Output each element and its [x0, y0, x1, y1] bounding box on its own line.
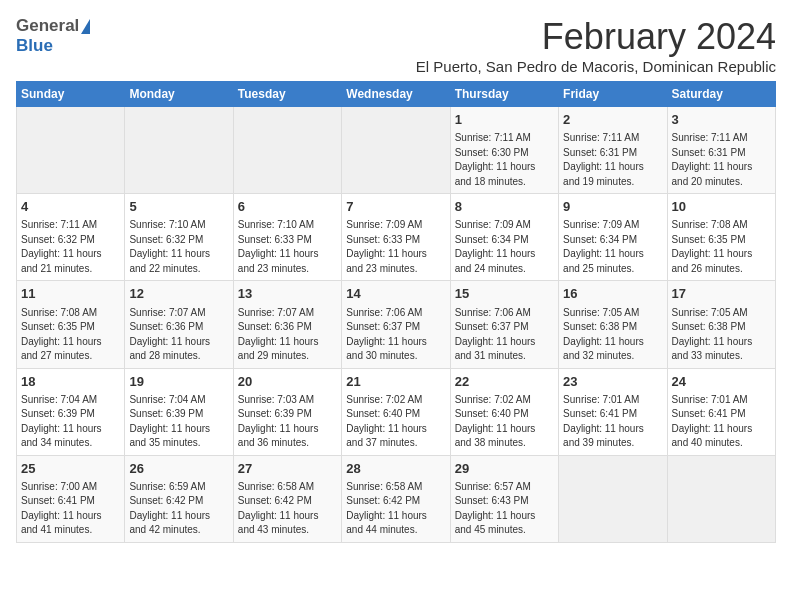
- calendar-cell: 25Sunrise: 7:00 AMSunset: 6:41 PMDayligh…: [17, 455, 125, 542]
- day-number: 2: [563, 111, 662, 129]
- day-info: Sunrise: 7:08 AMSunset: 6:35 PMDaylight:…: [21, 306, 120, 364]
- header-saturday: Saturday: [667, 82, 775, 107]
- day-number: 12: [129, 285, 228, 303]
- day-number: 5: [129, 198, 228, 216]
- day-number: 14: [346, 285, 445, 303]
- day-info: Sunrise: 7:11 AMSunset: 6:30 PMDaylight:…: [455, 131, 554, 189]
- calendar-cell: 26Sunrise: 6:59 AMSunset: 6:42 PMDayligh…: [125, 455, 233, 542]
- calendar-cell: 23Sunrise: 7:01 AMSunset: 6:41 PMDayligh…: [559, 368, 667, 455]
- day-info: Sunrise: 7:11 AMSunset: 6:31 PMDaylight:…: [563, 131, 662, 189]
- day-info: Sunrise: 6:58 AMSunset: 6:42 PMDaylight:…: [346, 480, 445, 538]
- day-number: 26: [129, 460, 228, 478]
- day-number: 3: [672, 111, 771, 129]
- header-tuesday: Tuesday: [233, 82, 341, 107]
- day-info: Sunrise: 7:05 AMSunset: 6:38 PMDaylight:…: [563, 306, 662, 364]
- day-info: Sunrise: 7:11 AMSunset: 6:31 PMDaylight:…: [672, 131, 771, 189]
- day-number: 9: [563, 198, 662, 216]
- day-number: 29: [455, 460, 554, 478]
- day-info: Sunrise: 7:07 AMSunset: 6:36 PMDaylight:…: [129, 306, 228, 364]
- day-info: Sunrise: 6:58 AMSunset: 6:42 PMDaylight:…: [238, 480, 337, 538]
- day-info: Sunrise: 7:09 AMSunset: 6:34 PMDaylight:…: [455, 218, 554, 276]
- day-info: Sunrise: 7:09 AMSunset: 6:34 PMDaylight:…: [563, 218, 662, 276]
- header-friday: Friday: [559, 82, 667, 107]
- day-info: Sunrise: 7:05 AMSunset: 6:38 PMDaylight:…: [672, 306, 771, 364]
- calendar-cell: [17, 107, 125, 194]
- calendar-cell: 3Sunrise: 7:11 AMSunset: 6:31 PMDaylight…: [667, 107, 775, 194]
- day-info: Sunrise: 7:03 AMSunset: 6:39 PMDaylight:…: [238, 393, 337, 451]
- day-info: Sunrise: 7:06 AMSunset: 6:37 PMDaylight:…: [455, 306, 554, 364]
- day-number: 18: [21, 373, 120, 391]
- day-info: Sunrise: 7:10 AMSunset: 6:33 PMDaylight:…: [238, 218, 337, 276]
- calendar-cell: [559, 455, 667, 542]
- day-number: 8: [455, 198, 554, 216]
- calendar-cell: 10Sunrise: 7:08 AMSunset: 6:35 PMDayligh…: [667, 194, 775, 281]
- day-info: Sunrise: 7:01 AMSunset: 6:41 PMDaylight:…: [563, 393, 662, 451]
- calendar-cell: 24Sunrise: 7:01 AMSunset: 6:41 PMDayligh…: [667, 368, 775, 455]
- day-info: Sunrise: 7:01 AMSunset: 6:41 PMDaylight:…: [672, 393, 771, 451]
- calendar-cell: 11Sunrise: 7:08 AMSunset: 6:35 PMDayligh…: [17, 281, 125, 368]
- calendar-cell: 7Sunrise: 7:09 AMSunset: 6:33 PMDaylight…: [342, 194, 450, 281]
- calendar-week-row: 18Sunrise: 7:04 AMSunset: 6:39 PMDayligh…: [17, 368, 776, 455]
- day-number: 25: [21, 460, 120, 478]
- month-year-title: February 2024: [416, 16, 776, 58]
- header-thursday: Thursday: [450, 82, 558, 107]
- calendar-cell: 17Sunrise: 7:05 AMSunset: 6:38 PMDayligh…: [667, 281, 775, 368]
- day-info: Sunrise: 7:00 AMSunset: 6:41 PMDaylight:…: [21, 480, 120, 538]
- calendar-cell: 28Sunrise: 6:58 AMSunset: 6:42 PMDayligh…: [342, 455, 450, 542]
- day-info: Sunrise: 7:06 AMSunset: 6:37 PMDaylight:…: [346, 306, 445, 364]
- day-info: Sunrise: 7:04 AMSunset: 6:39 PMDaylight:…: [21, 393, 120, 451]
- day-info: Sunrise: 7:08 AMSunset: 6:35 PMDaylight:…: [672, 218, 771, 276]
- calendar-week-row: 25Sunrise: 7:00 AMSunset: 6:41 PMDayligh…: [17, 455, 776, 542]
- header-wednesday: Wednesday: [342, 82, 450, 107]
- day-number: 13: [238, 285, 337, 303]
- day-number: 24: [672, 373, 771, 391]
- header-monday: Monday: [125, 82, 233, 107]
- header-sunday: Sunday: [17, 82, 125, 107]
- day-number: 16: [563, 285, 662, 303]
- day-info: Sunrise: 7:11 AMSunset: 6:32 PMDaylight:…: [21, 218, 120, 276]
- calendar-cell: 13Sunrise: 7:07 AMSunset: 6:36 PMDayligh…: [233, 281, 341, 368]
- day-number: 22: [455, 373, 554, 391]
- calendar-cell: 22Sunrise: 7:02 AMSunset: 6:40 PMDayligh…: [450, 368, 558, 455]
- day-info: Sunrise: 6:59 AMSunset: 6:42 PMDaylight:…: [129, 480, 228, 538]
- calendar-cell: 12Sunrise: 7:07 AMSunset: 6:36 PMDayligh…: [125, 281, 233, 368]
- day-number: 10: [672, 198, 771, 216]
- calendar-cell: 15Sunrise: 7:06 AMSunset: 6:37 PMDayligh…: [450, 281, 558, 368]
- day-info: Sunrise: 7:10 AMSunset: 6:32 PMDaylight:…: [129, 218, 228, 276]
- calendar-cell: 6Sunrise: 7:10 AMSunset: 6:33 PMDaylight…: [233, 194, 341, 281]
- day-info: Sunrise: 7:02 AMSunset: 6:40 PMDaylight:…: [455, 393, 554, 451]
- logo-blue: Blue: [16, 36, 53, 55]
- calendar-cell: [667, 455, 775, 542]
- calendar-cell: 5Sunrise: 7:10 AMSunset: 6:32 PMDaylight…: [125, 194, 233, 281]
- page-header: General Blue February 2024 El Puerto, Sa…: [16, 16, 776, 75]
- calendar-cell: 21Sunrise: 7:02 AMSunset: 6:40 PMDayligh…: [342, 368, 450, 455]
- day-number: 19: [129, 373, 228, 391]
- calendar-week-row: 1Sunrise: 7:11 AMSunset: 6:30 PMDaylight…: [17, 107, 776, 194]
- day-number: 15: [455, 285, 554, 303]
- day-info: Sunrise: 7:09 AMSunset: 6:33 PMDaylight:…: [346, 218, 445, 276]
- day-info: Sunrise: 6:57 AMSunset: 6:43 PMDaylight:…: [455, 480, 554, 538]
- calendar-cell: 9Sunrise: 7:09 AMSunset: 6:34 PMDaylight…: [559, 194, 667, 281]
- calendar-cell: 8Sunrise: 7:09 AMSunset: 6:34 PMDaylight…: [450, 194, 558, 281]
- calendar-cell: 14Sunrise: 7:06 AMSunset: 6:37 PMDayligh…: [342, 281, 450, 368]
- day-number: 7: [346, 198, 445, 216]
- calendar-cell: 18Sunrise: 7:04 AMSunset: 6:39 PMDayligh…: [17, 368, 125, 455]
- day-info: Sunrise: 7:02 AMSunset: 6:40 PMDaylight:…: [346, 393, 445, 451]
- calendar-cell: [125, 107, 233, 194]
- calendar-week-row: 4Sunrise: 7:11 AMSunset: 6:32 PMDaylight…: [17, 194, 776, 281]
- day-info: Sunrise: 7:07 AMSunset: 6:36 PMDaylight:…: [238, 306, 337, 364]
- day-number: 4: [21, 198, 120, 216]
- calendar-cell: [233, 107, 341, 194]
- calendar-cell: [342, 107, 450, 194]
- calendar-cell: 4Sunrise: 7:11 AMSunset: 6:32 PMDaylight…: [17, 194, 125, 281]
- calendar-cell: 1Sunrise: 7:11 AMSunset: 6:30 PMDaylight…: [450, 107, 558, 194]
- location-subtitle: El Puerto, San Pedro de Macoris, Dominic…: [416, 58, 776, 75]
- calendar-cell: 2Sunrise: 7:11 AMSunset: 6:31 PMDaylight…: [559, 107, 667, 194]
- day-number: 11: [21, 285, 120, 303]
- day-info: Sunrise: 7:04 AMSunset: 6:39 PMDaylight:…: [129, 393, 228, 451]
- day-number: 21: [346, 373, 445, 391]
- day-number: 1: [455, 111, 554, 129]
- day-number: 6: [238, 198, 337, 216]
- calendar-cell: 29Sunrise: 6:57 AMSunset: 6:43 PMDayligh…: [450, 455, 558, 542]
- logo: General Blue: [16, 16, 91, 56]
